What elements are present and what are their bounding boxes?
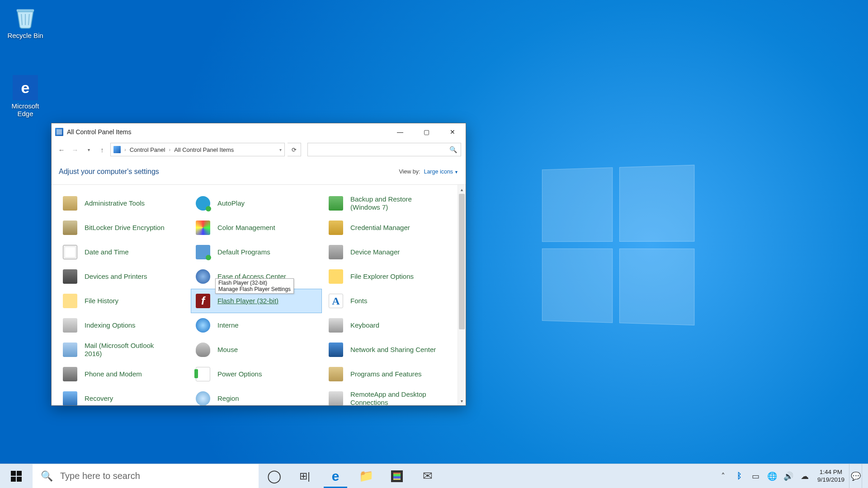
taskbar-task-view[interactable]: ⊞| xyxy=(289,464,320,488)
cp-item-remoteapp[interactable]: RemoteApp and Desktop Connections xyxy=(324,386,455,405)
refresh-button[interactable]: ⟳ xyxy=(288,143,301,156)
desktop-icon-recycle-bin[interactable]: Recycle Bin xyxy=(3,2,48,42)
search-icon: 🔍 xyxy=(449,146,457,153)
recycle-bin-icon xyxy=(13,5,38,30)
cp-item-phone-modem[interactable]: Phone and Modem xyxy=(58,362,189,386)
internet-options-icon xyxy=(195,317,211,333)
show-desktop-button[interactable] xyxy=(862,464,866,488)
taskbar-store[interactable] xyxy=(382,464,412,488)
region-icon xyxy=(195,390,211,405)
cp-item-mail[interactable]: Mail (Microsoft Outlook 2016) xyxy=(58,338,189,362)
back-button[interactable]: ← xyxy=(56,144,67,155)
tray-bluetooth[interactable]: ᛒ xyxy=(731,464,748,488)
autoplay-icon xyxy=(195,195,211,211)
cp-item-internet-options[interactable]: Interne xyxy=(191,313,322,338)
taskbar-edge[interactable]: e xyxy=(320,464,351,488)
close-button[interactable]: ✕ xyxy=(439,123,466,141)
search-input[interactable]: 🔍 xyxy=(307,143,461,156)
cp-item-label: Flash Player (32-bit) xyxy=(217,297,278,305)
taskbar-search[interactable]: 🔍 Type here to search xyxy=(33,464,259,488)
cp-item-programs-features[interactable]: Programs and Features xyxy=(324,362,455,386)
tray-battery[interactable]: ▭ xyxy=(748,464,764,488)
minimize-button[interactable]: — xyxy=(387,123,413,141)
tray-chevron[interactable]: ˄ xyxy=(715,464,731,488)
breadcrumb-root[interactable]: Control Panel xyxy=(130,146,165,153)
ease-of-access-icon xyxy=(195,268,211,285)
system-tray: ˄ᛒ▭🌐🔊☁ 1:44 PM 9/19/2019 💬 xyxy=(715,464,868,488)
default-programs-icon xyxy=(195,244,211,260)
taskbar-cortana[interactable]: ◯ xyxy=(259,464,289,488)
maximize-button[interactable]: ▢ xyxy=(413,123,439,141)
power-options-icon xyxy=(195,366,211,382)
action-center-button[interactable]: 💬 xyxy=(849,464,862,488)
scroll-up-button[interactable]: ▴ xyxy=(458,185,466,194)
scroll-thumb[interactable] xyxy=(459,194,465,329)
taskbar-file-explorer[interactable]: 📁 xyxy=(351,464,382,488)
scrollbar[interactable]: ▴ ▾ xyxy=(458,185,466,405)
desktop-icon-edge[interactable]: e Microsoft Edge xyxy=(3,72,48,121)
cp-item-file-explorer-options[interactable]: File Explorer Options xyxy=(324,264,455,289)
date-time-icon xyxy=(62,244,78,260)
keyboard-icon xyxy=(328,317,344,333)
taskbar-clock[interactable]: 1:44 PM 9/19/2019 xyxy=(813,469,849,484)
cp-item-indexing-options[interactable]: Indexing Options xyxy=(58,313,189,338)
tooltip-desc: Manage Flash Player Settings xyxy=(218,286,291,292)
taskbar-mail[interactable]: ✉ xyxy=(412,464,443,488)
cp-item-bitlocker[interactable]: BitLocker Drive Encryption xyxy=(58,216,189,240)
cp-item-label: Mouse xyxy=(217,346,238,354)
cp-item-power-options[interactable]: Power Options xyxy=(191,362,322,386)
cp-item-default-programs[interactable]: Default Programs xyxy=(191,240,322,264)
cp-item-label: Default Programs xyxy=(217,248,270,256)
cp-item-devices-printers[interactable]: Devices and Printers xyxy=(58,264,189,289)
cp-item-file-history[interactable]: File History xyxy=(58,289,189,313)
network-sharing-icon xyxy=(328,342,344,358)
cp-item-fonts[interactable]: AFonts xyxy=(324,289,455,313)
desktop-icon-label: Microsoft Edge xyxy=(4,102,47,118)
breadcrumb-current[interactable]: All Control Panel Items xyxy=(174,146,234,153)
control-panel-window: All Control Panel Items — ▢ ✕ ← → ▾ ↑ › … xyxy=(51,123,466,406)
cp-item-label: Devices and Printers xyxy=(85,272,147,281)
titlebar[interactable]: All Control Panel Items — ▢ ✕ xyxy=(52,123,466,141)
recent-dropdown[interactable]: ▾ xyxy=(83,144,94,155)
tray-onedrive[interactable]: ☁ xyxy=(797,464,813,488)
cp-item-backup-restore[interactable]: Backup and Restore (Windows 7) xyxy=(324,191,455,216)
start-button[interactable] xyxy=(0,464,33,488)
fonts-icon: A xyxy=(328,293,344,309)
cp-item-label: Phone and Modem xyxy=(85,370,142,378)
cp-item-label: Network and Sharing Center xyxy=(350,346,436,354)
clock-time: 1:44 PM xyxy=(820,469,842,476)
flash-player-icon: f xyxy=(195,293,211,309)
search-placeholder: Type here to search xyxy=(60,471,140,481)
addr-dropdown[interactable]: ▾ xyxy=(279,147,282,152)
file-explorer-options-icon xyxy=(328,268,344,285)
cp-item-date-time[interactable]: Date and Time xyxy=(58,240,189,264)
tray-network[interactable]: 🌐 xyxy=(764,464,780,488)
cp-item-mouse[interactable]: Mouse xyxy=(191,338,322,362)
cp-item-label: Backup and Restore (Windows 7) xyxy=(350,195,436,211)
cp-item-administrative-tools[interactable]: Administrative Tools xyxy=(58,191,189,216)
scroll-down-button[interactable]: ▾ xyxy=(458,396,466,405)
forward-button[interactable]: → xyxy=(70,144,80,155)
breadcrumb[interactable]: › Control Panel › All Control Panel Item… xyxy=(110,143,285,156)
wallpaper-windows-logo xyxy=(542,165,697,328)
cp-item-credential-manager[interactable]: Credential Manager xyxy=(324,216,455,240)
cp-item-recovery[interactable]: Recovery xyxy=(58,386,189,405)
desktop: Recycle Bin e Microsoft Edge All Control… xyxy=(0,0,868,464)
cp-item-device-manager[interactable]: Device Manager xyxy=(324,240,455,264)
viewby-dropdown[interactable]: Large icons▼ xyxy=(424,169,458,175)
window-title: All Control Panel Items xyxy=(67,128,387,136)
subheader: Adjust your computer's settings View by:… xyxy=(52,159,466,185)
cp-item-color-management[interactable]: Color Management xyxy=(191,216,322,240)
recovery-icon xyxy=(62,390,78,405)
tray-volume[interactable]: 🔊 xyxy=(780,464,797,488)
device-manager-icon xyxy=(328,244,344,260)
devices-printers-icon xyxy=(62,268,78,285)
cp-item-region[interactable]: Region xyxy=(191,386,322,405)
cp-item-keyboard[interactable]: Keyboard xyxy=(324,313,455,338)
bitlocker-icon xyxy=(62,220,78,236)
cp-item-autoplay[interactable]: AutoPlay xyxy=(191,191,322,216)
backup-restore-icon xyxy=(328,195,344,211)
cp-item-label: Power Options xyxy=(217,370,262,378)
cp-item-network-sharing[interactable]: Network and Sharing Center xyxy=(324,338,455,362)
up-button[interactable]: ↑ xyxy=(97,144,108,155)
